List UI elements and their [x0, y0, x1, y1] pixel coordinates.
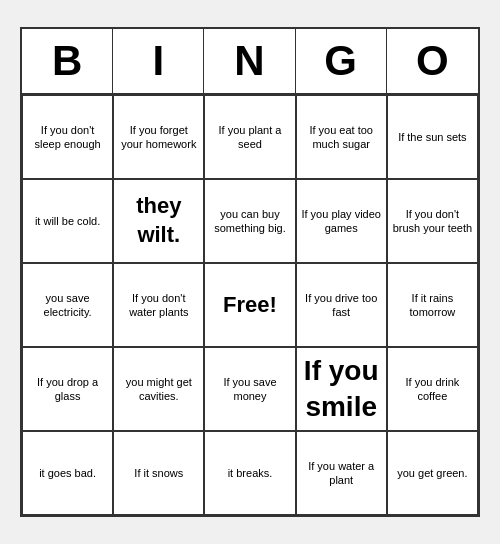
- bingo-header: BINGO: [22, 29, 478, 95]
- bingo-cell: If you water a plant: [296, 431, 387, 515]
- bingo-cell: If you save money: [204, 347, 295, 431]
- bingo-cell: it will be cold.: [22, 179, 113, 263]
- bingo-cell: you might get cavities.: [113, 347, 204, 431]
- bingo-cell: If you eat too much sugar: [296, 95, 387, 179]
- bingo-card: BINGO If you don't sleep enoughIf you fo…: [20, 27, 480, 517]
- bingo-cell: they wilt.: [113, 179, 204, 263]
- bingo-cell: If you play video games: [296, 179, 387, 263]
- bingo-cell: you can buy something big.: [204, 179, 295, 263]
- bingo-cell: you get green.: [387, 431, 478, 515]
- bingo-cell: Free!: [204, 263, 295, 347]
- bingo-cell: If you smile: [296, 347, 387, 431]
- bingo-letter: B: [22, 29, 113, 93]
- bingo-cell: If you drive too fast: [296, 263, 387, 347]
- bingo-cell: you save electricity.: [22, 263, 113, 347]
- bingo-cell: it goes bad.: [22, 431, 113, 515]
- bingo-cell: If you drop a glass: [22, 347, 113, 431]
- bingo-cell: it breaks.: [204, 431, 295, 515]
- bingo-cell: If you don't brush your teeth: [387, 179, 478, 263]
- bingo-cell: If you forget your homework: [113, 95, 204, 179]
- bingo-cell: If you plant a seed: [204, 95, 295, 179]
- bingo-letter: G: [296, 29, 387, 93]
- bingo-cell: If the sun sets: [387, 95, 478, 179]
- bingo-cell: If you don't water plants: [113, 263, 204, 347]
- bingo-letter: N: [204, 29, 295, 93]
- bingo-grid: If you don't sleep enoughIf you forget y…: [22, 95, 478, 515]
- bingo-letter: O: [387, 29, 478, 93]
- bingo-cell: If it snows: [113, 431, 204, 515]
- bingo-letter: I: [113, 29, 204, 93]
- bingo-cell: If you don't sleep enough: [22, 95, 113, 179]
- bingo-cell: If it rains tomorrow: [387, 263, 478, 347]
- bingo-cell: If you drink coffee: [387, 347, 478, 431]
